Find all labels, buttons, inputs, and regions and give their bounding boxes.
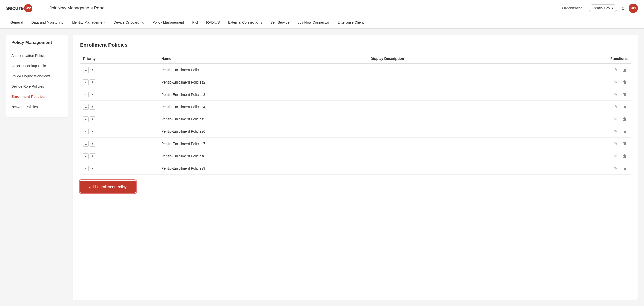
org-label: Organization : [562, 6, 584, 10]
edit-button[interactable]: ✎ [613, 153, 618, 159]
logo: secure W2 [6, 4, 33, 12]
edit-button[interactable]: ✎ [613, 79, 618, 85]
functions-cell: ✎ 🗑 [533, 113, 631, 125]
priority-cell: ▲ ▼ [80, 113, 158, 125]
priority-down-button[interactable]: ▼ [90, 92, 95, 97]
edit-button[interactable]: ✎ [613, 141, 618, 147]
avatar[interactable]: UN [629, 4, 638, 13]
sidebar-item-policy-engine-workflows[interactable]: Policy Engine Workflows [6, 71, 68, 81]
functions-buttons: ✎ 🗑 [536, 104, 628, 110]
functions-cell: ✎ 🗑 [533, 101, 631, 113]
nav-item-general[interactable]: General [6, 16, 27, 29]
add-enrollment-button[interactable]: Add Enrollment Policy [80, 181, 136, 193]
priority-up-button[interactable]: ▲ [83, 141, 89, 147]
nav-item-radius[interactable]: RADIUS [202, 16, 224, 29]
policy-description-cell [368, 125, 533, 138]
priority-controls: ▲ ▼ [83, 116, 155, 122]
priority-down-button[interactable]: ▼ [90, 116, 95, 122]
priority-up-button[interactable]: ▲ [83, 166, 89, 171]
priority-controls: ▲ ▼ [83, 67, 155, 73]
priority-down-button[interactable]: ▼ [90, 166, 95, 171]
policy-description-cell [368, 64, 533, 76]
edit-button[interactable]: ✎ [613, 165, 618, 171]
table-row: ▲ ▼ Pentio-Enrollment Policies9 ✎ 🗑 [80, 162, 631, 175]
functions-buttons: ✎ 🗑 [536, 91, 628, 97]
nav-item-pki[interactable]: PKI [188, 16, 202, 29]
policy-name-cell: Pentio-Enrollment Policies8 [158, 150, 368, 162]
delete-button[interactable]: 🗑 [621, 129, 628, 134]
edit-button[interactable]: ✎ [613, 116, 618, 122]
nav-item-identity-management[interactable]: Identity Management [68, 16, 110, 29]
priority-up-button[interactable]: ▲ [83, 116, 89, 122]
nav-item-device-onboarding[interactable]: Device Onboarding [110, 16, 148, 29]
table-row: ▲ ▼ Pentio-Enrollment Policies ✎ 🗑 [80, 64, 631, 76]
policy-description-cell [368, 150, 533, 162]
functions-buttons: ✎ 🗑 [536, 153, 628, 159]
nav-item-enterprise-client[interactable]: Enterprise Client [333, 16, 368, 29]
nav-item-policy-management[interactable]: Policy Management [148, 16, 188, 29]
priority-down-button[interactable]: ▼ [90, 67, 95, 73]
policy-name-cell: Pentio-Enrollment Policies2 [158, 76, 368, 88]
priority-up-button[interactable]: ▲ [83, 153, 89, 159]
delete-button[interactable]: 🗑 [621, 153, 628, 159]
priority-down-button[interactable]: ▼ [90, 104, 95, 110]
delete-button[interactable]: 🗑 [621, 166, 628, 171]
priority-down-button[interactable]: ▼ [90, 141, 95, 147]
sidebar-item-authentication-policies[interactable]: Authentication Policies [6, 50, 68, 61]
header: secure W2 JoinNow Management Portal Orga… [0, 0, 644, 16]
table-row: ▲ ▼ Pentio-Enrollment Policies5J ✎ 🗑 [80, 113, 631, 125]
org-name: Pentio Dev [592, 6, 610, 10]
main-content: Policy Management Authentication Policie… [0, 29, 644, 306]
priority-up-button[interactable]: ▲ [83, 129, 89, 134]
priority-controls: ▲ ▼ [83, 92, 155, 97]
policy-description-cell [368, 76, 533, 88]
col-name: Name [158, 54, 368, 64]
policy-description-cell [368, 101, 533, 113]
table-header: Priority Name Display Description Functi… [80, 54, 631, 64]
nav-item-self-service[interactable]: Self Service [266, 16, 294, 29]
policy-description-cell: J [368, 113, 533, 125]
priority-up-button[interactable]: ▲ [83, 79, 89, 85]
delete-button[interactable]: 🗑 [621, 141, 628, 147]
sidebar-item-device-role-policies[interactable]: Device Role Policies [6, 81, 68, 91]
edit-button[interactable]: ✎ [613, 104, 618, 110]
nav-item-external-connections[interactable]: External Connections [224, 16, 266, 29]
table-row: ▲ ▼ Pentio-Enrollment Policies8 ✎ 🗑 [80, 150, 631, 162]
priority-up-button[interactable]: ▲ [83, 67, 89, 73]
priority-up-button[interactable]: ▲ [83, 92, 89, 97]
priority-up-button[interactable]: ▲ [83, 104, 89, 110]
priority-down-button[interactable]: ▼ [90, 153, 95, 159]
priority-controls: ▲ ▼ [83, 141, 155, 147]
priority-down-button[interactable]: ▼ [90, 129, 95, 134]
enrollment-policies-table: Priority Name Display Description Functi… [80, 54, 631, 175]
delete-button[interactable]: 🗑 [621, 67, 628, 73]
sidebar-item-account-lookup-policies[interactable]: Account Lookup Policies [6, 61, 68, 71]
policy-name-cell: Pentio-Enrollment Policies3 [158, 88, 368, 101]
delete-button[interactable]: 🗑 [621, 104, 628, 110]
priority-controls: ▲ ▼ [83, 153, 155, 159]
nav-item-data-and-monitoring[interactable]: Data and Monitoring [27, 16, 68, 29]
delete-button[interactable]: 🗑 [621, 92, 628, 97]
chevron-down-icon: ▾ [612, 6, 613, 10]
header-divider [44, 4, 44, 12]
edit-button[interactable]: ✎ [613, 67, 618, 73]
sidebar-item-network-policies[interactable]: Network Policies [6, 102, 68, 112]
org-selector[interactable]: Pentio Dev ▾ [589, 4, 617, 12]
sidebar-item-enrollment-policies[interactable]: Enrollment Policies [6, 91, 68, 102]
functions-cell: ✎ 🗑 [533, 125, 631, 138]
priority-cell: ▲ ▼ [80, 150, 158, 162]
policy-name-cell: Pentio-Enrollment Policies7 [158, 138, 368, 150]
home-icon[interactable]: ⌂ [621, 5, 625, 11]
nav-item-joinnow-connector[interactable]: JoinNow Connector [294, 16, 333, 29]
delete-button[interactable]: 🗑 [621, 116, 628, 122]
edit-button[interactable]: ✎ [613, 91, 618, 97]
functions-buttons: ✎ 🗑 [536, 141, 628, 147]
functions-cell: ✎ 🗑 [533, 162, 631, 175]
functions-cell: ✎ 🗑 [533, 64, 631, 76]
policy-name-cell: Pentio-Enrollment Policies5 [158, 113, 368, 125]
edit-button[interactable]: ✎ [613, 128, 618, 134]
priority-down-button[interactable]: ▼ [90, 79, 95, 85]
table-row: ▲ ▼ Pentio-Enrollment Policies2 ✎ 🗑 [80, 76, 631, 88]
delete-button[interactable]: 🗑 [621, 79, 628, 85]
table-row: ▲ ▼ Pentio-Enrollment Policies4 ✎ 🗑 [80, 101, 631, 113]
